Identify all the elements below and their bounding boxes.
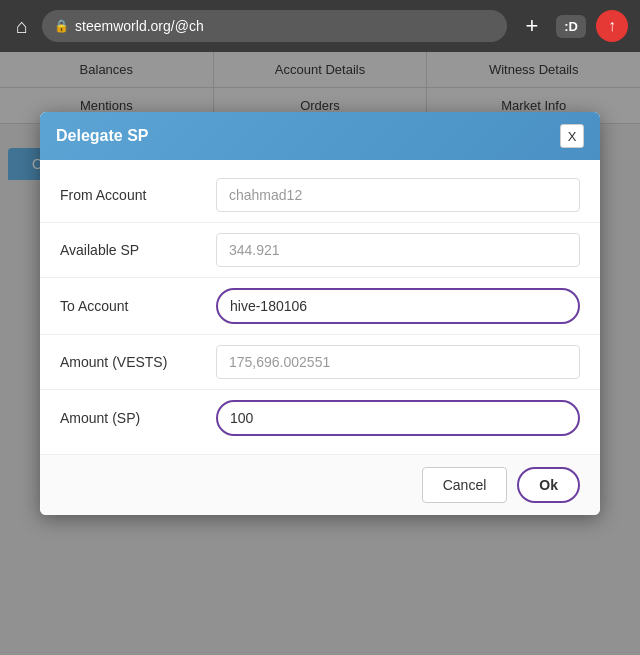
modal-title: Delegate SP: [56, 127, 148, 145]
address-bar[interactable]: 🔒 steemworld.org/@ch: [42, 10, 507, 42]
modal-body: From Account Available SP To Account Amo…: [40, 160, 600, 454]
amount-vests-row: Amount (VESTS): [40, 335, 600, 390]
from-account-row: From Account: [40, 168, 600, 223]
amount-sp-input[interactable]: [216, 400, 580, 436]
to-account-row: To Account: [40, 278, 600, 335]
amount-vests-label: Amount (VESTS): [60, 354, 200, 370]
ok-button[interactable]: Ok: [517, 467, 580, 503]
home-button[interactable]: ⌂: [12, 11, 32, 42]
to-account-label: To Account: [60, 298, 200, 314]
lock-icon: 🔒: [54, 19, 69, 33]
delegate-sp-modal: Delegate SP X From Account Available SP …: [40, 112, 600, 515]
amount-sp-label: Amount (SP): [60, 410, 200, 426]
available-sp-input[interactable]: [216, 233, 580, 267]
cancel-button[interactable]: Cancel: [422, 467, 508, 503]
amount-sp-row: Amount (SP): [40, 390, 600, 446]
user-button[interactable]: ↑: [596, 10, 628, 42]
modal-overlay: Delegate SP X From Account Available SP …: [0, 52, 640, 655]
available-sp-label: Available SP: [60, 242, 200, 258]
page-background: Balances Account Details Witness Details…: [0, 52, 640, 655]
amount-vests-input[interactable]: [216, 345, 580, 379]
modal-header: Delegate SP X: [40, 112, 600, 160]
menu-button[interactable]: :D: [556, 15, 586, 38]
modal-footer: Cancel Ok: [40, 454, 600, 515]
modal-close-button[interactable]: X: [560, 124, 584, 148]
browser-chrome: ⌂ 🔒 steemworld.org/@ch + :D ↑: [0, 0, 640, 52]
from-account-label: From Account: [60, 187, 200, 203]
available-sp-row: Available SP: [40, 223, 600, 278]
new-tab-button[interactable]: +: [517, 9, 546, 43]
from-account-input[interactable]: [216, 178, 580, 212]
address-text: steemworld.org/@ch: [75, 18, 204, 34]
to-account-input[interactable]: [216, 288, 580, 324]
